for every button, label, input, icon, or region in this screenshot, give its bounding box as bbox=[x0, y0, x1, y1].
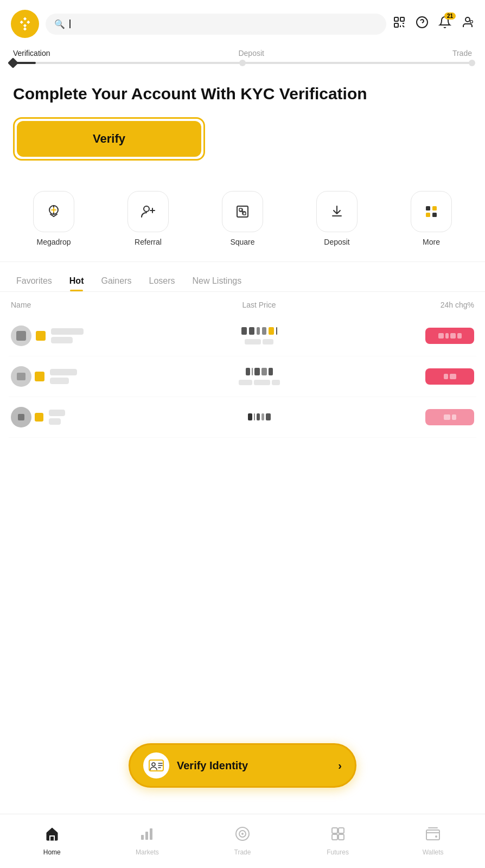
svg-rect-18 bbox=[432, 206, 437, 210]
futures-icon bbox=[330, 826, 346, 845]
support-icon[interactable] bbox=[416, 16, 429, 32]
market-table: Name Last Price 24h chg% bbox=[0, 296, 485, 438]
svg-rect-20 bbox=[432, 213, 437, 217]
action-more[interactable]: More bbox=[411, 191, 452, 246]
svg-rect-32 bbox=[332, 828, 337, 833]
svg-rect-0 bbox=[394, 17, 398, 21]
coin-change-1 bbox=[342, 328, 474, 344]
tab-hot[interactable]: Hot bbox=[62, 271, 92, 291]
coin-price-2 bbox=[176, 368, 342, 385]
deposit-icon bbox=[316, 191, 358, 232]
tab-gainers[interactable]: Gainers bbox=[93, 271, 139, 291]
home-icon bbox=[44, 826, 60, 845]
header: 🔍 bbox=[0, 0, 485, 44]
more-label: More bbox=[423, 238, 440, 246]
nav-wallets[interactable]: Wallets bbox=[385, 826, 481, 856]
action-megadrop[interactable]: Megadrop bbox=[33, 191, 74, 246]
notification-badge: 21 bbox=[444, 12, 456, 20]
nav-markets[interactable]: Markets bbox=[100, 826, 195, 856]
svg-point-22 bbox=[152, 763, 155, 766]
verify-button-wrapper: Verify bbox=[13, 117, 205, 161]
nav-home-label: Home bbox=[43, 848, 61, 856]
nav-futures[interactable]: Futures bbox=[290, 826, 386, 856]
square-icon bbox=[222, 191, 263, 232]
market-section: Favorites Hot Gainers Losers New Listing… bbox=[0, 261, 485, 438]
svg-rect-33 bbox=[339, 828, 344, 833]
wallets-icon bbox=[425, 826, 441, 845]
bottom-nav: Home Markets Trade bbox=[0, 814, 485, 868]
verify-identity-popup[interactable]: Verify Identity › bbox=[129, 743, 356, 788]
col-name-header: Name bbox=[11, 301, 176, 309]
header-icons: 21 bbox=[393, 16, 474, 32]
coin-name-3 bbox=[49, 410, 65, 425]
action-referral[interactable]: Referral bbox=[127, 191, 169, 246]
svg-rect-26 bbox=[141, 835, 144, 840]
action-deposit[interactable]: Deposit bbox=[316, 191, 358, 246]
referral-label: Referral bbox=[135, 238, 162, 246]
svg-rect-16 bbox=[243, 212, 246, 215]
search-bar[interactable]: 🔍 bbox=[46, 14, 386, 35]
step-label-deposit: Deposit bbox=[238, 49, 264, 58]
tab-new-listings[interactable]: New Listings bbox=[185, 271, 250, 291]
svg-rect-19 bbox=[426, 213, 430, 217]
coin-tag-1 bbox=[36, 331, 46, 341]
megadrop-icon bbox=[33, 191, 74, 232]
market-row-1[interactable] bbox=[9, 316, 476, 356]
col-change-header: 24h chg% bbox=[342, 301, 474, 309]
tab-losers[interactable]: Losers bbox=[141, 271, 182, 291]
megadrop-label: Megadrop bbox=[36, 238, 71, 246]
nav-home[interactable]: Home bbox=[4, 826, 100, 856]
svg-rect-35 bbox=[339, 834, 344, 840]
scan-icon[interactable] bbox=[393, 16, 406, 32]
markets-icon bbox=[139, 826, 155, 845]
more-icon bbox=[411, 191, 452, 232]
coin-info-1 bbox=[11, 326, 176, 346]
search-icon: 🔍 bbox=[54, 19, 65, 29]
svg-rect-17 bbox=[426, 206, 430, 210]
svg-rect-34 bbox=[332, 834, 337, 840]
step-dot-0 bbox=[8, 58, 18, 68]
search-input[interactable] bbox=[69, 20, 71, 28]
table-header: Name Last Price 24h chg% bbox=[9, 296, 476, 314]
verify-id-arrow: › bbox=[338, 760, 342, 772]
referral-icon bbox=[127, 191, 169, 232]
trade-icon bbox=[235, 826, 250, 845]
progress-section: Verification Deposit Trade bbox=[0, 44, 485, 75]
svg-rect-15 bbox=[239, 208, 242, 211]
nav-trade[interactable]: Trade bbox=[195, 826, 290, 856]
kyc-section: Complete Your Account With KYC Verificat… bbox=[0, 75, 485, 178]
svg-rect-28 bbox=[150, 828, 152, 840]
coin-change-3 bbox=[342, 409, 474, 425]
nav-futures-label: Futures bbox=[327, 848, 349, 856]
coin-price-3 bbox=[176, 413, 342, 420]
svg-point-31 bbox=[241, 833, 244, 835]
coin-change-2 bbox=[342, 368, 474, 385]
coin-name-2 bbox=[50, 369, 77, 384]
svg-point-9 bbox=[465, 17, 470, 22]
svg-rect-1 bbox=[400, 17, 404, 21]
progress-bar bbox=[13, 62, 472, 64]
coin-price-1 bbox=[176, 327, 342, 344]
step-label-verification: Verification bbox=[13, 49, 50, 58]
market-tabs: Favorites Hot Gainers Losers New Listing… bbox=[0, 271, 485, 292]
quick-actions: Megadrop Referral Square bbox=[0, 178, 485, 261]
binance-logo[interactable] bbox=[11, 10, 39, 38]
coin-info-2 bbox=[11, 366, 176, 387]
nav-trade-label: Trade bbox=[234, 848, 251, 856]
nav-markets-label: Markets bbox=[136, 848, 159, 856]
profile-icon[interactable] bbox=[461, 16, 474, 32]
tab-favorites[interactable]: Favorites bbox=[9, 271, 60, 291]
svg-point-37 bbox=[435, 835, 437, 838]
svg-rect-2 bbox=[394, 23, 398, 27]
svg-line-6 bbox=[403, 25, 404, 27]
deposit-label: Deposit bbox=[324, 238, 349, 246]
verify-button[interactable]: Verify bbox=[17, 121, 201, 157]
step-dot-1 bbox=[239, 60, 246, 66]
svg-rect-27 bbox=[145, 832, 148, 840]
market-row-3[interactable] bbox=[9, 397, 476, 438]
svg-point-12 bbox=[144, 206, 149, 212]
notification-icon[interactable]: 21 bbox=[438, 16, 451, 32]
action-square[interactable]: Square bbox=[222, 191, 263, 246]
market-row-2[interactable] bbox=[9, 356, 476, 397]
coin-name-1 bbox=[51, 328, 84, 343]
